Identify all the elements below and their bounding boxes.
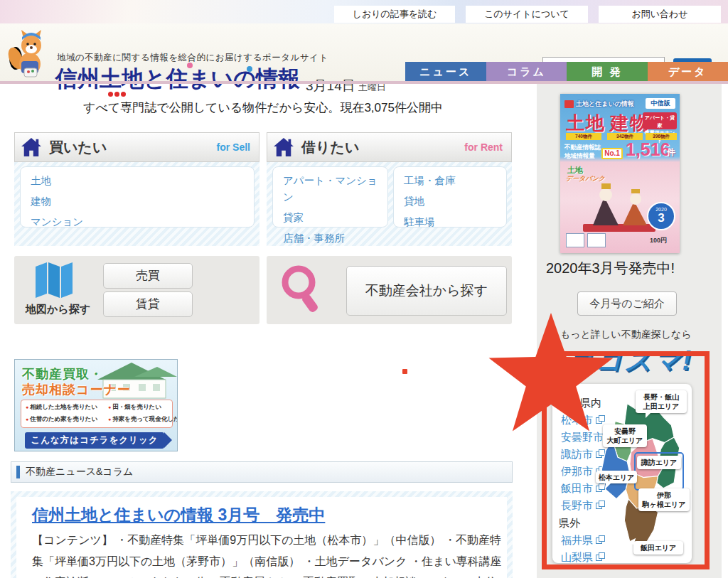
map-search-sale-button[interactable]: 売買 — [103, 263, 193, 289]
article-body: 【コンテンツ】 ・不動産特集「坪単価9万円以下の土地（松本市）」（中信版） ・不… — [32, 530, 504, 578]
cover-mini-map-2 — [587, 233, 606, 247]
top-link-shiori[interactable]: しおりの記事を読む — [334, 6, 455, 23]
news-section-header: 不動産ニュース&コラム — [11, 461, 513, 483]
tab-development[interactable]: 開 発 — [567, 62, 648, 81]
buy-panel: 買いたい for Sell 土地 建物 マンション — [14, 132, 259, 246]
cover-edition-badge: 中信版 — [646, 98, 675, 109]
top-link-about[interactable]: このサイトについて — [466, 6, 588, 23]
cover-logo-text: 土地と住まいの情報 — [576, 100, 634, 109]
cover-total-count: 1,516 — [626, 139, 670, 160]
link-tochi[interactable]: 土地 — [31, 173, 254, 189]
house-icon — [273, 137, 294, 157]
logo-dot-blue — [247, 66, 252, 72]
cover-mini-map-1 — [566, 233, 584, 247]
link-kashichi[interactable]: 貸地 — [404, 193, 506, 210]
article-card: 信州土地と住まいの情報 3月号 発売中 【コンテンツ】 ・不動産特集「坪単価9万… — [11, 491, 513, 578]
rent-panel-title: 借りたい — [301, 138, 359, 157]
banner-title-line1: 不動産買取・ — [22, 365, 103, 382]
banner-bullet: 相続した土地を売りたい — [26, 403, 108, 413]
magazine-cover[interactable]: 土地と住まいの情報 中信版 土地 建物 アパート・貸家 事業用テナント 740物… — [560, 94, 680, 253]
banner-title-line2: 売却相談コーナー — [22, 381, 131, 398]
red-dot-marker — [402, 369, 407, 374]
company-search-box: 不動産会社から探す — [267, 256, 512, 324]
cover-count-land: 740物件 — [566, 133, 601, 140]
tab-news[interactable]: ニュース — [405, 62, 486, 81]
cover-total-unit: 件 — [667, 146, 675, 159]
cover-category-land: 土地 — [566, 111, 606, 136]
map-search-box: 地図から探す 売買 賃貸 — [14, 256, 259, 324]
tab-data[interactable]: データ — [648, 62, 728, 81]
banner-cta-button[interactable]: こんな方はコチラをクリック — [25, 432, 164, 449]
map-search-rent-button[interactable]: 賃貸 — [103, 291, 193, 317]
house-icon — [21, 137, 42, 157]
link-kashiya[interactable]: 貸家 — [283, 210, 387, 226]
buy-panel-tag: for Sell — [217, 141, 250, 153]
cover-claim: 不動産情報誌 地域情報量 — [564, 144, 601, 161]
issue-on-sale-text: 2020年3月号発売中! — [546, 259, 675, 278]
tab-column[interactable]: コラム — [486, 62, 567, 81]
cover-no1-badge: No.1 — [601, 148, 623, 159]
logo-dot-red1 — [108, 92, 113, 97]
cover-price: 100円 — [650, 236, 667, 245]
page: しおりの記事を読む このサイトについて お問い合わせ 地域の不動産に関する情報を… — [0, 0, 728, 578]
cover-issue-circle: 2020 3 — [647, 202, 675, 230]
logo-dot-pink — [187, 63, 193, 68]
buy-panel-title: 買いたい — [49, 138, 107, 157]
magnifier-icon — [279, 263, 323, 317]
map-search-label: 地図から探す — [26, 303, 90, 316]
rent-panel: 借りたい for Rent アパート・マンション 貸家 店舗・事務所 工場・倉庫… — [267, 132, 512, 246]
mascot-icon — [7, 27, 53, 80]
banner-bullet: 田・畑を売りたい — [108, 403, 168, 413]
top-link-contact[interactable]: お問い合わせ — [599, 6, 721, 23]
banner-bullet-box: 相続した土地を売りたい 田・畑を売りたい 住替のため家を売りたい 持家を売って現… — [21, 400, 173, 428]
rent-panel-tag: for Rent — [464, 141, 503, 153]
banner-bullet: 住替のため家を売りたい — [26, 415, 108, 425]
link-kojo[interactable]: 工場・倉庫 — [404, 173, 506, 189]
cover-category-apartment: アパート・貸家 事業用テナント — [643, 112, 677, 129]
company-search-button[interactable]: 不動産会社から探す — [346, 266, 507, 316]
current-date: 3月14日土曜日 — [306, 77, 386, 95]
banner-bullet: 持家を売って現金化したい — [108, 415, 168, 425]
main-nav: ニュース コラム 開 発 データ — [405, 62, 728, 81]
annotation-red-star — [488, 311, 614, 433]
site-logo[interactable]: 信州土地と住まいの情報 — [55, 64, 300, 94]
link-mansion[interactable]: マンション — [31, 214, 254, 230]
link-tenpo[interactable]: 店舗・事務所 — [283, 230, 387, 247]
buyback-banner[interactable]: 不動産買取・ 売却相談コーナー 相続した土地を売りたい 田・畑を売りたい 住替の… — [14, 359, 178, 451]
news-accent-bar — [16, 466, 20, 478]
link-apartment[interactable]: アパート・マンション — [283, 173, 387, 205]
banner-cta-arrow — [164, 432, 172, 448]
map-icon — [34, 262, 74, 298]
article-title-link[interactable]: 信州土地と住まいの情報 3月号 発売中 — [32, 504, 325, 526]
link-chushajo[interactable]: 駐車場 — [404, 214, 506, 230]
headline-count: すべて専門誌で公開している物件だから安心。現在3,075件公開中 — [14, 100, 512, 116]
logo-dot-red3 — [121, 92, 126, 97]
logo-dot-red2 — [114, 92, 119, 97]
hina-dolls-photo — [580, 178, 658, 236]
news-section-title: 不動産ニュース&コラム — [26, 466, 133, 478]
site-tagline: 地域の不動産に関する情報を総合的にお届けするポータルサイト — [57, 52, 328, 64]
top-utility-bar: しおりの記事を読む このサイトについて お問い合わせ — [0, 0, 728, 23]
link-tatemono[interactable]: 建物 — [31, 193, 254, 210]
cover-logo-mark — [564, 100, 574, 108]
